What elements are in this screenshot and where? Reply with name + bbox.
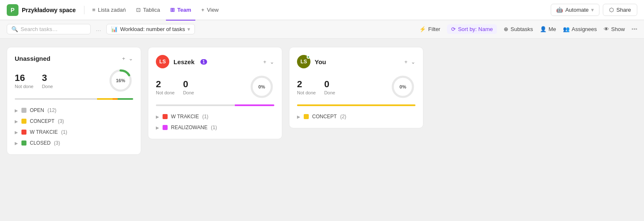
avatar-leszek: LS [156,55,169,68]
section-label: CLOSED [30,140,50,146]
section-label: REALIZOWANE [171,125,208,130]
me-person-icon: 👤 [540,26,547,32]
section-count: (1) [211,125,217,130]
section-item[interactable]: ▶ W TRAKCIE (1) [156,113,274,120]
section-label: OPEN [30,107,44,113]
subtasks-button[interactable]: ⊕ Subtasks [504,26,533,32]
section-item[interactable]: ▶ CLOSED (3) [15,139,133,147]
subtasks-icon: ⊕ [504,26,508,32]
share-button[interactable]: ⬡ Share [603,4,637,16]
top-nav: P Przykładowy space ≡ Lista zadań ⊡ Tabl… [0,0,644,20]
section-count: (1) [61,129,67,135]
share-icon: ⬡ [609,7,614,13]
me-button[interactable]: 👤 Me [540,26,556,32]
collapse-button-you[interactable]: ⌄ [411,59,415,65]
nav-team-label: Team [177,7,191,13]
donut-label-you: 0% [400,84,406,89]
add-task-button-leszek[interactable]: + [263,59,266,65]
section-list-unassigned: ▶ OPEN (12) ▶ CONCEPT (3) ▶ W TRAKCIE (1… [15,107,133,147]
automate-chevron-icon: ▾ [591,7,594,13]
card-you: LSYou+⌄2Not done0Done 0% ▶ CONCEPT (2) [289,47,423,128]
done-stat-you: 0Done [324,79,335,95]
assignees-label: Assignees [572,26,597,32]
more-toolbar-icon[interactable]: ••• [631,26,637,32]
stats-row-you: 2Not done0Done 0% [297,74,415,99]
section-item[interactable]: ▶ W TRAKCIE (1) [15,128,133,136]
done-stat-unassigned: 3Done [42,73,53,89]
share-label: Share [616,7,631,13]
add-task-button-you[interactable]: + [404,59,407,65]
sort-icon: ⟳ [451,26,456,32]
collapse-button-unassigned[interactable]: ⌄ [129,55,133,62]
nav-lista[interactable]: ≡ Lista zadań [88,4,130,16]
filter-label: Filter [428,26,440,32]
show-button[interactable]: 👁 Show [604,26,625,32]
not-done-stat-you: 2Not done [297,79,316,95]
progress-segment [297,104,415,106]
progress-segment [97,98,113,100]
add-task-button-unassigned[interactable]: + [122,55,125,62]
done-stat-leszek: 0Done [183,79,194,95]
progress-bar-leszek [156,104,274,106]
card-title-leszek: Leszek [173,58,195,65]
section-label: CONCEPT [312,114,337,120]
section-count: (1) [202,114,208,120]
toolbar: 🔍 Search tasks… … 📊 Workload: number of … [0,20,644,39]
workload-button[interactable]: 📊 Workload: number of tasks ▾ [106,24,195,34]
assignees-button[interactable]: 👥 Assignees [563,26,597,32]
chevron-right-icon: ▶ [15,119,18,124]
donut-label-unassigned: 16% [116,78,125,83]
collapse-button-leszek[interactable]: ⌄ [270,59,274,65]
avatar-you: LS [297,55,310,68]
team-icon: ⊞ [170,7,175,13]
filter-button[interactable]: ⚡ Filter [419,26,440,32]
section-item[interactable]: ▶ OPEN (12) [15,107,133,114]
workload-chevron-icon: ▾ [187,26,190,32]
automate-icon: 🤖 [556,7,563,13]
card-header-leszek: LSLeszek1+⌄ [156,55,274,68]
not-done-stat-leszek: 2Not done [156,79,175,95]
section-item[interactable]: ▶ CONCEPT (2) [297,113,415,120]
assignees-icon: 👥 [563,26,570,32]
show-eye-icon: 👁 [604,26,609,32]
donut-leszek: 0% [249,74,274,99]
card-leszek: LSLeszek1+⌄2Not done0Done 0% ▶ W TRAKCIE… [148,47,282,139]
progress-segment [113,98,118,100]
section-label: W TRAKCIE [30,129,58,135]
main-content: Unassigned+⌄16Not done3Done 16% ▶ OPEN (… [0,39,644,221]
sort-button[interactable]: ⟳ Sort by: Name [447,24,497,34]
avatar-online-dot [307,55,310,59]
section-list-leszek: ▶ W TRAKCIE (1) ▶ REALIZOWANE (1) [156,113,274,131]
automate-button[interactable]: 🤖 Automate ▾ [551,4,600,16]
section-label: CONCEPT [30,118,55,124]
section-item[interactable]: ▶ CONCEPT (3) [15,117,133,125]
section-count: (3) [58,118,64,124]
progress-segment [118,98,133,100]
add-view-icon: + [201,7,205,13]
card-unassigned: Unassigned+⌄16Not done3Done 16% ▶ OPEN (… [7,47,141,155]
more-options-icon[interactable]: … [96,26,101,32]
space-name: Przykładowy space [22,7,76,13]
automate-label: Automate [565,7,589,13]
status-dot [163,125,168,130]
chevron-right-icon: ▶ [15,130,18,135]
subtasks-label: Subtasks [510,26,533,32]
nav-view[interactable]: + View [197,4,223,16]
section-item[interactable]: ▶ REALIZOWANE (1) [156,124,274,131]
search-box[interactable]: 🔍 Search tasks… [7,24,91,34]
nav-lista-label: Lista zadań [98,7,126,13]
nav-tablica-label: Tablica [143,7,160,13]
progress-segment [235,104,274,106]
status-dot [21,119,26,124]
nav-right: 🤖 Automate ▾ ⬡ Share [551,4,637,16]
nav-tablica[interactable]: ⊡ Tablica [132,4,164,16]
me-label: Me [549,26,556,32]
nav-team[interactable]: ⊞ Team [166,4,195,16]
chevron-right-icon: ▶ [297,114,300,119]
search-icon: 🔍 [11,26,18,32]
status-dot [163,114,168,119]
status-dot [21,140,26,146]
not-done-stat-unassigned: 16Not done [15,73,34,89]
workload-label: Workload: number of tasks [120,26,185,32]
workload-chart-icon: 📊 [111,26,118,32]
